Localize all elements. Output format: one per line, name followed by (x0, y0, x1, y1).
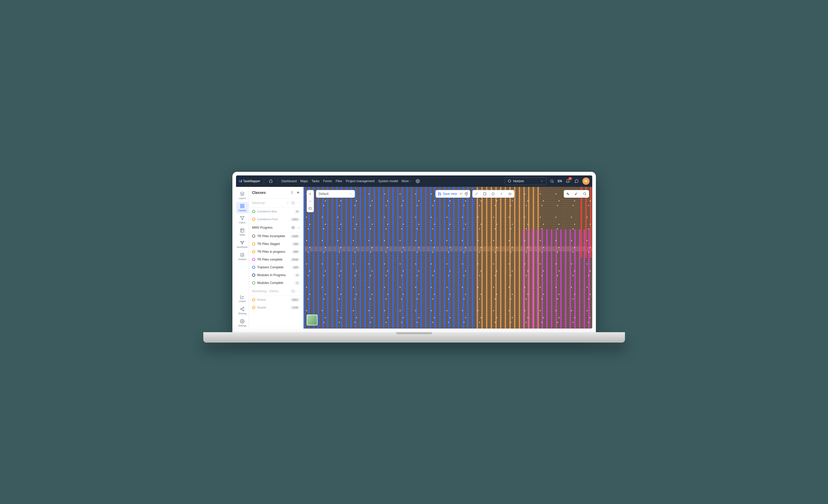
reset-view-button[interactable] (307, 205, 314, 212)
left-rail: Layers Classes Filters Table Workflows A… (236, 187, 249, 329)
class-row-piles-progress[interactable]: TR Piles in progress 699 (249, 248, 303, 256)
group-electrical[interactable]: Electrical (249, 199, 303, 208)
color-swatch (252, 298, 255, 301)
svg-point-3 (417, 181, 418, 182)
color-swatch (252, 266, 255, 269)
zoom-in-button[interactable]: + (307, 190, 314, 198)
class-row-piles-staged[interactable]: TR Piles Staged 290 (249, 240, 303, 248)
svg-point-27 (492, 193, 494, 195)
nav-dashboard[interactable]: Dashboard (282, 179, 297, 183)
color-swatch (252, 281, 255, 285)
line-tool[interactable] (472, 190, 481, 198)
color-swatch (252, 274, 255, 277)
view-preset-selector[interactable]: Default (316, 190, 355, 198)
logo-text-suffix: Mapper (250, 179, 260, 183)
measure-tool[interactable] (564, 190, 572, 198)
rail-sharing[interactable]: Sharing (236, 305, 248, 317)
close-icon[interactable]: ✕ (460, 192, 462, 196)
class-row-combiner-box[interactable]: Combiner Box 0 (249, 208, 303, 215)
language-button[interactable]: EN (558, 179, 562, 183)
zoom-out-button[interactable]: − (307, 198, 314, 205)
ellipse-tool[interactable] (506, 190, 514, 198)
drop-pin-button[interactable] (462, 190, 470, 198)
rail-analyze[interactable]: Analyze (236, 251, 248, 262)
key-tool[interactable] (572, 190, 581, 198)
group-mms-progress[interactable]: MMS Progress (249, 223, 303, 232)
color-swatch (252, 235, 255, 238)
visibility-off-icon[interactable] (291, 201, 295, 205)
visibility-off-icon[interactable] (291, 289, 295, 293)
class-row-piles-complete[interactable]: TR Piles complete 3036 (249, 256, 303, 263)
chevron-up-icon[interactable] (297, 201, 300, 205)
class-row-modules-complete[interactable]: Modules Complete 2 (249, 279, 303, 287)
visibility-on-icon[interactable] (291, 226, 295, 229)
svg-rect-8 (243, 207, 244, 208)
map-viewport[interactable]: + − Default Save view ✕ (303, 187, 592, 329)
notification-badge: 6 (568, 177, 572, 180)
search-button[interactable] (549, 178, 555, 184)
divider (278, 178, 278, 184)
add-class-button[interactable] (296, 191, 300, 195)
class-row-trackers-complete[interactable]: Trackers Complete 928 (249, 263, 303, 271)
rail-layers[interactable]: Layers (236, 190, 248, 201)
nav-more[interactable]: More (402, 179, 412, 183)
svg-point-11 (243, 241, 244, 242)
svg-rect-7 (240, 207, 242, 208)
chevron-up-icon[interactable] (297, 290, 300, 293)
minimap-toggle[interactable] (307, 314, 318, 326)
chat-button[interactable] (574, 178, 580, 184)
svg-point-10 (240, 241, 241, 242)
svg-rect-0 (239, 180, 240, 182)
top-bar: TaskMapper Dashboard Maps Tasks Forms Fi… (236, 175, 592, 187)
rail-table[interactable]: Table (236, 226, 248, 238)
app-logo[interactable]: TaskMapper (239, 179, 260, 183)
nav-project-management[interactable]: Project management (346, 179, 375, 183)
nav-system-model[interactable]: System model (378, 179, 398, 183)
nav-maps[interactable]: Maps (300, 179, 308, 183)
settings-gear-icon[interactable] (415, 178, 421, 184)
class-row-fence[interactable]: Fence 2002 (249, 296, 303, 304)
class-row-piles-incomplete[interactable]: TR Piles Incomplete 1848 (249, 232, 303, 240)
svg-point-18 (292, 191, 292, 192)
save-view-button[interactable]: Save view ✕ (436, 190, 465, 198)
workspace-selector[interactable]: Horizon (505, 177, 546, 185)
svg-point-14 (243, 307, 244, 308)
more-icon[interactable] (290, 191, 294, 195)
rail-filters[interactable]: Filters (236, 214, 248, 225)
extra-tools (564, 190, 589, 198)
zoom-controls: + − (307, 190, 314, 212)
svg-rect-6 (243, 204, 244, 206)
class-row-combiner-post[interactable]: Combiner Post 1201 (249, 215, 303, 223)
group-monitoring[interactable]: Monitoring - Others (249, 287, 303, 296)
nav-files[interactable]: Files (336, 179, 342, 183)
chevron-down-icon (540, 180, 543, 183)
point-tool[interactable] (497, 190, 506, 198)
svg-point-31 (583, 193, 585, 195)
nav-forms[interactable]: Forms (323, 179, 332, 183)
svg-point-21 (287, 202, 288, 202)
user-avatar[interactable]: M (582, 177, 590, 185)
home-button[interactable] (268, 178, 274, 184)
search-map-tool[interactable] (581, 190, 589, 198)
color-swatch (252, 218, 255, 221)
rectangle-tool[interactable] (481, 190, 489, 198)
color-swatch (252, 306, 255, 309)
rail-workflows[interactable]: Workflows (236, 239, 248, 250)
class-row-roads[interactable]: Roads 1195 (249, 304, 303, 311)
svg-point-28 (501, 193, 502, 195)
svg-rect-5 (240, 204, 242, 206)
class-row-modules-progress[interactable]: Modules In Progress 0 (249, 271, 303, 279)
svg-rect-2 (241, 180, 242, 182)
circle-tool[interactable] (489, 190, 497, 198)
map-markers (303, 187, 592, 329)
chevron-up-icon[interactable] (297, 226, 300, 229)
more-icon[interactable] (286, 201, 289, 205)
nav-tasks[interactable]: Tasks (312, 179, 320, 183)
rail-settings[interactable]: Settings (236, 318, 248, 329)
svg-point-25 (466, 193, 467, 194)
svg-point-30 (575, 194, 576, 195)
rail-classes[interactable]: Classes (236, 202, 248, 213)
rail-charts[interactable]: Charts (236, 293, 248, 304)
svg-rect-26 (484, 193, 486, 195)
notifications-button[interactable]: 6 (565, 178, 571, 184)
